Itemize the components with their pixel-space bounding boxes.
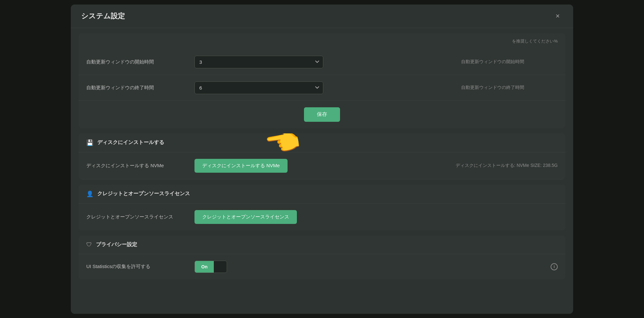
disk-install-nvme-control: ディスクにインストールする NVMe bbox=[194, 159, 450, 173]
privacy-info-icon[interactable]: i bbox=[551, 263, 558, 270]
ui-stats-toggle[interactable]: On bbox=[194, 261, 227, 273]
modal-overlay: システム設定 × を推奨しくてください% 自動更新ウィンドウの開始時間 3 6 bbox=[0, 0, 644, 318]
toggle-on-option[interactable]: On bbox=[195, 261, 214, 273]
modal-title: システム設定 bbox=[81, 11, 125, 21]
credits-row-label: クレジットとオープンソースライセンス bbox=[86, 214, 189, 220]
credits-row: クレジットとオープンソースライセンス クレジットとオープンソースライセンス bbox=[79, 204, 565, 230]
auto-update-end-label: 自動更新ウィンドウの終了時間 bbox=[86, 85, 189, 91]
content-scroll: を推奨しくてください% 自動更新ウィンドウの開始時間 3 6 自動更新ウィンドウ… bbox=[71, 28, 573, 290]
credits-button[interactable]: クレジットとオープンソースライセンス bbox=[194, 210, 297, 224]
disk-install-nvme-button[interactable]: ディスクにインストールする NVMe bbox=[194, 159, 288, 173]
disk-install-nvme-label: ディスクにインストールする NVMe bbox=[86, 163, 189, 169]
toggle-off-option[interactable] bbox=[214, 264, 227, 270]
credits-title: クレジットとオープンソースライセンス bbox=[97, 190, 190, 197]
credits-control: クレジットとオープンソースライセンス bbox=[194, 210, 558, 224]
system-settings-modal: システム設定 × を推奨しくてください% 自動更新ウィンドウの開始時間 3 6 bbox=[71, 5, 573, 314]
partial-top-section: を推奨しくてください% 自動更新ウィンドウの開始時間 3 6 自動更新ウィンドウ… bbox=[79, 33, 565, 128]
privacy-stats-control: On bbox=[194, 261, 540, 273]
privacy-section: 🛡 プライバシー設定 UI Statisticsの収集を許可する On i bbox=[79, 236, 565, 279]
disk-install-nvme-row: ディスクにインストールする NVMe ディスクにインストールする NVMe ディ… bbox=[79, 152, 565, 179]
save-button[interactable]: 保存 bbox=[304, 107, 340, 122]
disk-install-nvme-description: ディスクにインストールする: NVMe SIZE: 238.5G bbox=[456, 163, 558, 169]
privacy-stats-row: UI Statisticsの収集を許可する On i bbox=[79, 254, 565, 279]
privacy-section-header: 🛡 プライバシー設定 bbox=[79, 236, 565, 254]
auto-update-end-select[interactable]: 6 3 bbox=[194, 82, 323, 94]
disk-install-section: 💾 ディスクにインストールする ディスクにインストールする NVMe ディスクに… bbox=[79, 133, 565, 179]
auto-update-start-row: 自動更新ウィンドウの開始時間 3 6 自動更新ウィンドウの開始時間 bbox=[79, 49, 565, 75]
disk-install-icon: 💾 bbox=[86, 139, 93, 146]
auto-update-start-label: 自動更新ウィンドウの開始時間 bbox=[86, 59, 189, 65]
save-button-row: 保存 bbox=[79, 101, 565, 128]
privacy-icon: 🛡 bbox=[86, 241, 92, 248]
auto-update-start-control: 3 6 bbox=[194, 56, 456, 68]
modal-body: を推奨しくてください% 自動更新ウィンドウの開始時間 3 6 自動更新ウィンドウ… bbox=[71, 28, 573, 314]
disk-install-title: ディスクにインストールする bbox=[97, 139, 164, 146]
privacy-stats-label: UI Statisticsの収集を許可する bbox=[86, 264, 189, 270]
auto-update-end-control: 6 3 bbox=[194, 82, 456, 94]
disk-install-section-header: 💾 ディスクにインストールする bbox=[79, 133, 565, 152]
privacy-title: プライバシー設定 bbox=[96, 241, 137, 248]
partial-top-text: を推奨しくてください% bbox=[79, 36, 565, 49]
auto-update-start-select[interactable]: 3 6 bbox=[194, 56, 323, 68]
modal-header: システム設定 × bbox=[71, 5, 573, 28]
credits-icon: 👤 bbox=[86, 190, 93, 198]
credits-section: 👤 クレジットとオープンソースライセンス クレジットとオープンソースライセンス … bbox=[79, 185, 565, 230]
close-button[interactable]: × bbox=[553, 11, 563, 21]
credits-section-header: 👤 クレジットとオープンソースライセンス bbox=[79, 185, 565, 204]
auto-update-start-description: 自動更新ウィンドウの開始時間 bbox=[461, 59, 558, 65]
auto-update-end-row: 自動更新ウィンドウの終了時間 6 3 自動更新ウィンドウの終了時間 bbox=[79, 75, 565, 101]
auto-update-end-description: 自動更新ウィンドウの終了時間 bbox=[461, 85, 558, 91]
